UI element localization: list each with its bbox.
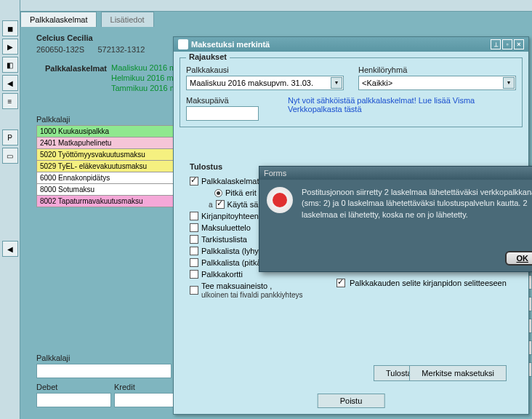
chk-kayta[interactable] (216, 200, 225, 209)
lbl: Maksuluettelo (201, 223, 251, 232)
bottom-fields: Palkkalaji M ± Debet Kredit (36, 354, 189, 412)
palkkalaji-row[interactable]: 5029 TyEL- eläkevakuutusmaksu (36, 160, 185, 172)
rajaukset-fieldset: Rajaukset Palkkakausi Maaliskuu 2016 mak… (180, 57, 523, 127)
combo-palkkakausi-value: Maaliskuu 2016 maksupvm. 31.03. (190, 79, 313, 87)
period-list: Maaliskuu 2016 m Helmikuu 2016 ma Tammik… (111, 63, 178, 93)
palkkalaji-row[interactable]: 6000 Ennakonpidätys (36, 172, 185, 184)
max-button[interactable]: ▫ (502, 39, 512, 49)
tool-btn-1[interactable]: ◼ (2, 20, 18, 36)
lbl: ulkoinen tai fivaldi pankkiyhteys (201, 291, 303, 299)
tool-btn-4[interactable]: ◀ (2, 75, 18, 91)
tool-btn-7[interactable]: ▭ (2, 148, 18, 164)
lbl: Palkkakortti (201, 270, 243, 279)
tab-palkkalaskelmat[interactable]: Palkkalaskelmat (20, 12, 97, 27)
tool-btn-3[interactable]: ◧ (2, 57, 18, 73)
lbl: Palkkalista (pitkä) (201, 258, 264, 267)
forms-message: Postitusjonoon siirretty 2 laskelmaa läh… (302, 187, 532, 220)
label-palkkakausi: Palkkakausi (186, 65, 344, 74)
chk-palkkalaskelmat[interactable] (190, 177, 198, 185)
lbl-selite: Palkkakauden selite kirjanpidon selittee… (350, 279, 507, 287)
employee-code: 572132-1312 (97, 45, 145, 54)
chk-palkkalista-p[interactable] (190, 258, 198, 267)
verkkopalkka-link[interactable]: Nyt voit sähköistää palkkalaskelmat! Lue… (288, 96, 516, 113)
chk-maksuluettelo[interactable] (190, 223, 198, 232)
palkkalaji-row[interactable]: 2401 Matkapuhelinetu (36, 137, 185, 149)
lbl: Pitkä erit (225, 188, 257, 197)
lbl: Palkkalista (lyhyt) (201, 247, 264, 255)
palkkalaji-row[interactable]: 8000 Sotumaksu (36, 183, 185, 196)
top-area (20, 0, 532, 12)
chevron-down-icon[interactable]: ▾ (331, 77, 342, 89)
lbl: Palkkalaskelmat (201, 177, 259, 185)
employee-info: Celcius Cecilia 260650-132S 572132-1312 (36, 33, 185, 54)
rajaukset-legend: Rajaukset (186, 52, 230, 61)
radio-pitka[interactable] (214, 189, 222, 197)
left-toolbar: ◼ ▶ ◧ ◀ ≡ P ▭ ◀ (0, 0, 20, 419)
employee-ssn: 260650-132S (36, 45, 84, 54)
chk-tee[interactable] (190, 286, 198, 295)
forms-titlebar[interactable]: Forms × (259, 167, 532, 180)
tool-btn-p[interactable]: P (2, 129, 18, 145)
chk-palkkakortti[interactable] (190, 270, 198, 279)
main-tabs: Palkkalaskelmat Lisätiedot (20, 12, 532, 28)
tool-btn-5[interactable]: ≡ (2, 93, 18, 109)
input-maksupaiva[interactable] (186, 106, 259, 121)
combo-henkiloryhma[interactable]: <Kaikki> ▾ (358, 76, 516, 90)
close-button[interactable]: × (514, 39, 524, 49)
palkkalaji-panel: Palkkalaji 1000 Kuukausipalkka2401 Matka… (36, 115, 185, 207)
merkitse-button[interactable]: Merkitse maksetuksi (409, 365, 507, 381)
lbl: Tarkistuslista (201, 235, 247, 244)
palkkalaji-row[interactable]: 5020 Työttömyysvakuutusmaksu (36, 148, 185, 161)
label-palkkalaji: Palkkalaji (36, 354, 172, 362)
lbl: Tee maksuaineisto , (201, 282, 272, 290)
chk-tarkistus[interactable] (190, 235, 198, 244)
tool-btn-2[interactable]: ▶ (2, 39, 18, 55)
chk-selite[interactable] (336, 279, 345, 287)
palkkalaji-row[interactable]: 8002 Tapaturmavakuutusmaksu (36, 195, 185, 207)
label-maksupaiva: Maksupäivä (186, 96, 273, 105)
pin-button[interactable]: ⟂ (491, 39, 501, 49)
tool-btn-8[interactable]: ◀ (2, 241, 18, 257)
period-item[interactable]: Maaliskuu 2016 m (111, 63, 178, 73)
palkkalaji-header: Palkkalaji (36, 115, 185, 124)
label-debet: Debet (36, 383, 111, 391)
palkkalaji-row[interactable]: 1000 Kuukausipalkka (36, 125, 185, 137)
chk-kirjanpito[interactable] (190, 212, 198, 220)
palkkalaskelmat-label: Palkkalaskelmat (45, 64, 107, 73)
forms-popup: Forms × Postitusjonoon siirretty 2 laske… (259, 166, 532, 272)
input-palkkalaji[interactable] (36, 364, 172, 378)
selite-row: Palkkakauden selite kirjanpidon selittee… (336, 279, 507, 287)
alert-icon (267, 187, 293, 213)
combo-palkkakausi[interactable]: Maaliskuu 2016 maksupvm. 31.03. ▾ (186, 76, 344, 90)
employee-name: Celcius Cecilia (36, 33, 185, 42)
a-prefix: a (209, 201, 213, 209)
label-henkiloryhma: Henkilöryhmä (358, 65, 516, 74)
chk-palkkalista-l[interactable] (190, 247, 198, 255)
input-debet[interactable] (36, 393, 111, 407)
period-item[interactable]: Tammikuu 2016 m (111, 83, 178, 93)
poistu-button[interactable]: Poistu (318, 394, 385, 408)
lbl-tee-wrap: Tee maksuaineisto , ulkoinen tai fivaldi… (201, 282, 303, 299)
lbl: Käytä säh (227, 200, 263, 209)
tab-lisatiedot[interactable]: Lisätiedot (101, 12, 154, 27)
ok-button[interactable]: OK (505, 251, 533, 266)
dialog-icon (178, 39, 188, 49)
chevron-down-icon[interactable]: ▾ (503, 77, 515, 89)
combo-henkiloryhma-value: <Kaikki> (362, 79, 392, 87)
period-item[interactable]: Helmikuu 2016 ma (111, 73, 178, 83)
dialog-title: Maksetuksi merkintä (191, 40, 270, 49)
forms-title: Forms (264, 169, 286, 177)
dialog-titlebar[interactable]: Maksetuksi merkintä ⟂ ▫ × (174, 37, 528, 52)
